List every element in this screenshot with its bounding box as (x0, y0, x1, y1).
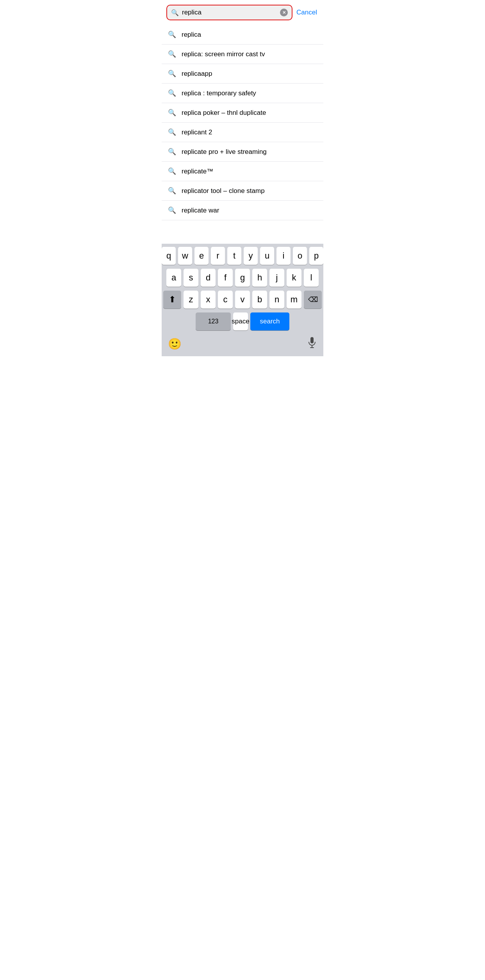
key-n[interactable]: n (269, 291, 284, 309)
key-m[interactable]: m (287, 291, 301, 309)
key-w[interactable]: w (178, 247, 192, 265)
suggestion-text: replica : temporary safety (182, 89, 256, 97)
key-z[interactable]: z (184, 291, 198, 309)
key-t[interactable]: t (227, 247, 241, 265)
suggestion-search-icon: 🔍 (168, 50, 176, 58)
key-j[interactable]: j (269, 269, 284, 287)
key-c[interactable]: c (218, 291, 233, 309)
suggestion-text: replicate war (182, 207, 219, 214)
keyboard-row-1: qwertyuiop (163, 247, 322, 265)
keyboard-row-3: ⬆ zxcvbnm⌫ (163, 291, 322, 309)
suggestion-search-icon: 🔍 (168, 89, 176, 97)
key-i[interactable]: i (276, 247, 291, 265)
cancel-button[interactable]: Cancel (296, 9, 317, 16)
suggestion-search-icon: 🔍 (168, 167, 176, 175)
key-k[interactable]: k (287, 269, 301, 287)
keyboard-row-4: 123 space search (163, 312, 322, 330)
suggestion-text: replicate pro + live streaming (182, 148, 267, 156)
key-v[interactable]: v (235, 291, 250, 309)
keyboard-bottom-row: 🙂 (163, 334, 322, 355)
suggestion-search-icon: 🔍 (168, 206, 176, 214)
mic-key[interactable] (307, 337, 317, 351)
suggestions-list: 🔍replica🔍replica: screen mirror cast tv🔍… (162, 25, 323, 220)
key-b[interactable]: b (252, 291, 267, 309)
key-d[interactable]: d (201, 269, 216, 287)
suggestion-text: replicator tool – clone stamp (182, 187, 265, 195)
svg-rect-0 (310, 337, 314, 343)
delete-key[interactable]: ⌫ (304, 291, 322, 309)
key-l[interactable]: l (304, 269, 319, 287)
shift-key[interactable]: ⬆ (163, 291, 181, 309)
key-g[interactable]: g (235, 269, 250, 287)
suggestion-item[interactable]: 🔍replica (162, 25, 323, 45)
suggestion-search-icon: 🔍 (168, 109, 176, 117)
key-p[interactable]: p (309, 247, 323, 265)
clear-button[interactable] (280, 9, 288, 16)
suggestion-search-icon: 🔍 (168, 148, 176, 156)
key-h[interactable]: h (252, 269, 267, 287)
suggestion-item[interactable]: 🔍replicaapp (162, 64, 323, 84)
keyboard: qwertyuiop asdfghjkl ⬆ zxcvbnm⌫ 123 spac… (162, 244, 323, 356)
key-x[interactable]: x (201, 291, 216, 309)
suggestion-item[interactable]: 🔍replicate™ (162, 162, 323, 181)
key-q[interactable]: q (162, 247, 176, 265)
suggestion-search-icon: 🔍 (168, 30, 176, 39)
keyboard-row-2: asdfghjkl (163, 269, 322, 287)
suggestion-search-icon: 🔍 (168, 187, 176, 195)
key-o[interactable]: o (293, 247, 307, 265)
key-f[interactable]: f (218, 269, 233, 287)
key-a[interactable]: a (166, 269, 181, 287)
suggestion-text: replica poker – thnl duplicate (182, 109, 266, 117)
suggestion-text: replicaapp (182, 70, 212, 78)
suggestion-text: replica: screen mirror cast tv (182, 50, 265, 58)
space-key[interactable]: space (233, 312, 248, 330)
suggestion-text: replicant 2 (182, 129, 212, 136)
search-bar-container: 🔍 Cancel (162, 0, 323, 25)
search-input[interactable] (182, 9, 277, 16)
suggestion-text: replica (182, 31, 201, 39)
suggestion-item[interactable]: 🔍replicate pro + live streaming (162, 142, 323, 162)
key-s[interactable]: s (184, 269, 198, 287)
search-key[interactable]: search (250, 312, 289, 330)
emoji-key[interactable]: 🙂 (168, 337, 182, 350)
suggestion-item[interactable]: 🔍replicate war (162, 201, 323, 220)
key-e[interactable]: e (194, 247, 209, 265)
key-u[interactable]: u (260, 247, 274, 265)
search-input-wrapper: 🔍 (166, 5, 292, 20)
suggestion-text: replicate™ (182, 168, 213, 175)
numbers-key[interactable]: 123 (196, 312, 231, 330)
key-r[interactable]: r (211, 247, 225, 265)
suggestion-item[interactable]: 🔍replica : temporary safety (162, 84, 323, 103)
suggestion-item[interactable]: 🔍replica poker – thnl duplicate (162, 103, 323, 123)
key-y[interactable]: y (244, 247, 258, 265)
spacer (162, 220, 323, 244)
suggestion-item[interactable]: 🔍replicant 2 (162, 123, 323, 142)
suggestion-search-icon: 🔍 (168, 128, 176, 136)
suggestion-item[interactable]: 🔍replicator tool – clone stamp (162, 181, 323, 201)
search-icon: 🔍 (171, 9, 179, 16)
suggestion-item[interactable]: 🔍replica: screen mirror cast tv (162, 45, 323, 64)
suggestion-search-icon: 🔍 (168, 70, 176, 78)
